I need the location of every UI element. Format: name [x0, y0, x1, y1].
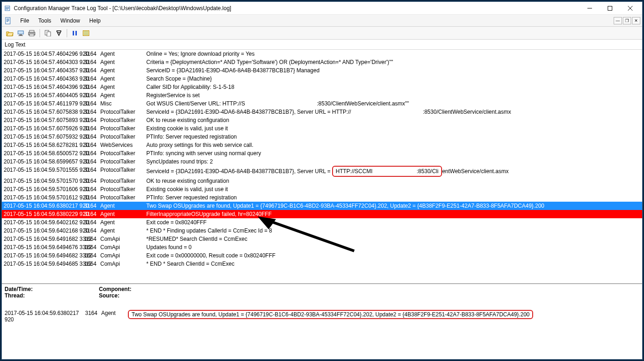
menu-window[interactable]: Window — [56, 16, 85, 25]
menu-file[interactable]: File — [16, 16, 34, 25]
menu-tools[interactable]: Tools — [34, 16, 56, 25]
log-row[interactable]: 2017-05-15 16:04:59.6494685 33121664ComA… — [2, 260, 642, 268]
detail-message: Two Swap OSUpgrades are found, Update1 =… — [122, 310, 639, 323]
cell-message: OK to reuse existing configuration — [141, 177, 640, 185]
detail-pane: Date/Time: Component: Thread: Source: 20… — [2, 283, 642, 359]
cell-timestamp: 2017-05-15 16:04:58.6599657 920 — [4, 157, 84, 166]
cell-message: OK to reuse existing configuration — [141, 116, 640, 124]
log-row[interactable]: 2017-05-15 16:04:57.4604303 9203164Agent… — [2, 58, 642, 66]
cell-component: Agent — [100, 66, 141, 75]
svg-rect-8 — [18, 35, 23, 36]
cell-timestamp: 2017-05-15 16:04:57.6075932 920 — [4, 133, 84, 141]
maximize-button[interactable] — [600, 2, 620, 15]
cell-pid: 3164 — [84, 133, 100, 141]
log-row[interactable]: 2017-05-15 16:04:57.4604357 9203164Agent… — [2, 66, 642, 75]
minimize-button[interactable] — [580, 2, 600, 15]
menu-help[interactable]: Help — [85, 16, 105, 25]
log-row[interactable]: 2017-05-15 16:04:58.6500572 9203164Proto… — [2, 149, 642, 157]
cell-message: Criteria = {DeploymentAction=* AND Type=… — [141, 58, 640, 66]
log-area[interactable]: 2017-05-15 16:04:57.4604296 9203164Agent… — [2, 50, 642, 283]
svg-rect-9 — [29, 30, 34, 32]
log-row[interactable]: 2017-05-15 16:04:59.6402162 9203164Agent… — [2, 218, 642, 227]
cell-component: ProtocolTalker — [100, 157, 141, 166]
log-row[interactable]: 2017-05-15 16:04:57.4604363 9203164Agent… — [2, 75, 642, 83]
cell-component: Agent — [100, 210, 141, 218]
log-row[interactable]: 2017-05-15 16:04:58.6278281 9203164WebSe… — [2, 141, 642, 149]
cell-component: Agent — [100, 50, 141, 58]
toolbar — [2, 27, 642, 40]
cell-timestamp: 2017-05-15 16:04:57.4604405 920 — [4, 91, 84, 99]
cell-pid: 3164 — [84, 116, 100, 124]
cell-message: Search Scope = {Machine} — [141, 75, 640, 83]
log-row[interactable]: 2017-05-15 16:04:58.6599657 9203164Proto… — [2, 157, 642, 166]
cell-message: Got WSUS Client/Server URL: HTTP://S :85… — [141, 99, 640, 108]
cell-timestamp: 2017-05-15 16:04:59.6380229 920 — [4, 210, 84, 218]
find-button[interactable] — [54, 28, 64, 38]
cell-message: Online = Yes; Ignore download priority =… — [141, 50, 640, 58]
cell-timestamp: 2017-05-15 16:04:57.6075893 920 — [4, 116, 84, 124]
open-server-button[interactable] — [16, 28, 26, 38]
log-row[interactable]: 2017-05-15 16:04:57.6075926 9203164Proto… — [2, 124, 642, 133]
cell-message: FilterInappropriateOSUpgrade failed, hr=… — [141, 210, 640, 218]
log-row[interactable]: 2017-05-15 16:04:57.4611979 9203164MiscG… — [2, 99, 642, 108]
cell-component: Agent — [100, 83, 141, 91]
cell-pid: 3164 — [84, 58, 100, 66]
cell-pid: 3164 — [84, 227, 100, 235]
open-button[interactable] — [5, 28, 15, 38]
log-row[interactable]: 2017-05-15 16:04:59.6494676 33121664ComA… — [2, 243, 642, 251]
mdi-restore[interactable]: ❐ — [623, 17, 631, 24]
detail-datetime: 2017-05-15 16:04:59.6380217 920 — [5, 310, 85, 323]
label-thread: Thread: — [5, 292, 25, 299]
log-row[interactable]: 2017-05-15 16:04:59.6380229 9203164Agent… — [2, 210, 642, 218]
cell-message: *RESUMED* Search ClientId = CcmExec — [141, 235, 640, 243]
highlight-button[interactable] — [81, 28, 91, 38]
cell-pid: 3164 — [84, 99, 100, 108]
log-row[interactable]: 2017-05-15 16:04:57.6075932 9203164Proto… — [2, 133, 642, 141]
log-row[interactable]: 2017-05-15 16:04:57.6075838 9203164Proto… — [2, 108, 642, 116]
document-icon — [4, 17, 12, 25]
cell-pid: 3164 — [84, 66, 100, 75]
cell-component: ComApi — [100, 243, 141, 251]
close-button[interactable] — [620, 2, 640, 15]
cell-component: Agent — [100, 75, 141, 83]
cell-pid: 1664 — [84, 243, 100, 251]
log-row[interactable]: 2017-05-15 16:04:59.5701612 9203164Proto… — [2, 193, 642, 202]
cell-component: ProtocolTalker — [100, 149, 141, 157]
mdi-close[interactable]: ✕ — [632, 17, 640, 24]
log-row[interactable]: 2017-05-15 16:04:59.6491682 33121664ComA… — [2, 235, 642, 243]
cell-timestamp: 2017-05-15 16:04:59.5701612 920 — [4, 193, 84, 202]
cell-component: ProtocolTalker — [100, 193, 141, 202]
grid-header[interactable]: Log Text — [2, 40, 642, 50]
cell-timestamp: 2017-05-15 16:04:57.6075926 920 — [4, 124, 84, 133]
log-row[interactable]: 2017-05-15 16:04:59.6402168 9203164Agent… — [2, 227, 642, 235]
cell-component: ProtocolTalker — [100, 133, 141, 141]
mdi-minimize[interactable]: — — [614, 17, 622, 24]
log-row[interactable]: 2017-05-15 16:04:59.6494682 33121664ComA… — [2, 251, 642, 260]
log-row[interactable]: 2017-05-15 16:04:59.6380217 9203164Agent… — [2, 202, 642, 210]
cell-pid: 3164 — [84, 177, 100, 185]
copy-button[interactable] — [43, 28, 53, 38]
cell-pid: 1664 — [84, 260, 100, 268]
svg-rect-11 — [29, 34, 34, 36]
inline-highlight: HTTP://SCCMI :8530/Cli — [332, 166, 442, 177]
cell-pid: 3164 — [84, 75, 100, 83]
log-row[interactable]: 2017-05-15 16:04:57.4604396 9203164Agent… — [2, 83, 642, 91]
titlebar[interactable]: Configuration Manager Trace Log Tool - [… — [2, 2, 642, 15]
cell-message: PTInfo: Server requested registration — [141, 133, 640, 141]
log-row[interactable]: 2017-05-15 16:04:57.6075893 9203164Proto… — [2, 116, 642, 124]
cell-message: Two Swap OSUpgrades are found, Update1 =… — [141, 202, 640, 210]
log-row[interactable]: 2017-05-15 16:04:57.4604405 9203164Agent… — [2, 91, 642, 99]
log-row[interactable]: 2017-05-15 16:04:57.4604296 9203164Agent… — [2, 50, 642, 58]
log-row[interactable]: 2017-05-15 16:04:59.5701555 9203164Proto… — [2, 166, 642, 177]
svg-rect-6 — [18, 31, 23, 34]
window-title: Configuration Manager Trace Log Tool - [… — [14, 5, 580, 12]
pause-button[interactable] — [70, 28, 80, 38]
cell-pid: 3164 — [84, 91, 100, 99]
log-row[interactable]: 2017-05-15 16:04:59.5701606 9203164Proto… — [2, 185, 642, 193]
log-row[interactable]: 2017-05-15 16:04:59.5701570 9203164Proto… — [2, 177, 642, 185]
print-button[interactable] — [27, 28, 37, 38]
menubar: File Tools Window Help — ❐ ✕ — [2, 15, 642, 27]
label-component: Component: — [99, 286, 132, 292]
cell-pid: 3164 — [84, 157, 100, 166]
cell-timestamp: 2017-05-15 16:04:58.6500572 920 — [4, 149, 84, 157]
